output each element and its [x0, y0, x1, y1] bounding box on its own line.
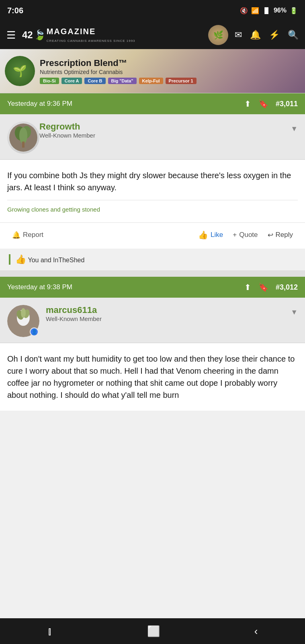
report-bell-icon: 🔔: [12, 231, 20, 239]
quote-label: Quote: [239, 231, 258, 239]
bottom-nav: ⫿ ⬜ ‹: [0, 618, 305, 644]
post2-share-icon[interactable]: ⬆: [244, 282, 251, 292]
post1-share-icon[interactable]: ⬆: [244, 99, 251, 109]
ad-banner[interactable]: 🌱 Prescription Blend™ Nutrients Optimize…: [0, 49, 305, 93]
svg-rect-4: [22, 142, 25, 148]
post1-author-name[interactable]: Regrowth: [39, 121, 291, 132]
post2-author-info: marcus611a Well-Known Member: [46, 305, 291, 322]
like-button[interactable]: 👍 Like: [193, 228, 228, 242]
post1-expand-icon[interactable]: ▼: [291, 125, 298, 133]
post1-author-role: Well-Known Member: [39, 132, 291, 139]
quote-plus-icon: +: [233, 231, 237, 239]
logo-42: 42: [22, 29, 33, 41]
ad-subtitle: Nutrients Optimized for Cannabis: [40, 69, 300, 75]
post2-text: Oh I don't want my butt humidity to get …: [7, 353, 298, 401]
bottom-back-icon[interactable]: ‹: [254, 625, 258, 638]
likes-section: 👍 You and InTheShed: [0, 249, 305, 270]
reply-arrow-icon: ↩: [268, 231, 273, 239]
ad-tag-corea: Core A: [61, 78, 82, 84]
reply-button[interactable]: ↩ Reply: [263, 228, 298, 242]
post1-number: #3,011: [276, 100, 298, 108]
post2-content: Oh I don't want my butt humidity to get …: [0, 343, 305, 411]
post2-header-actions: ⬆ 🔖 #3,012: [244, 282, 298, 292]
ad-title: Prescription Blend™: [40, 58, 300, 68]
notifications-icon[interactable]: 🔔: [250, 30, 261, 40]
post2-number: #3,012: [276, 283, 298, 292]
lightning-icon[interactable]: ⚡: [269, 30, 280, 40]
ad-logo: 🌱: [5, 56, 35, 86]
reply-label: Reply: [276, 231, 293, 239]
ad-tags: Bio-Si Core A Core B Big "Data" Kelp-Ful…: [40, 78, 300, 84]
quote-button[interactable]: + Quote: [228, 228, 262, 241]
search-icon[interactable]: 🔍: [288, 30, 299, 40]
nav-action-icons: ✉ 🔔 ⚡ 🔍: [235, 30, 299, 40]
likes-content: 👍 You and InTheShed: [9, 254, 298, 265]
messages-icon[interactable]: ✉: [235, 30, 242, 40]
post1-author-info: Regrowth Well-Known Member: [39, 121, 291, 139]
post1-bookmark-icon[interactable]: 🔖: [258, 99, 268, 109]
status-bar: 7:06 🔇 📶 ▐▌ 96% 🔋: [0, 0, 305, 21]
like-icon: 👍: [198, 230, 208, 240]
ad-tag-precursor: Precursor 1: [166, 78, 197, 84]
logo-tagline: CREATING CANNABIS AWARENESS SINCE 1993: [47, 39, 135, 43]
ad-content: Prescription Blend™ Nutrients Optimized …: [40, 58, 300, 84]
site-logo[interactable]: 42 🍃 MAGAZINE CREATING CANNABIS AWARENES…: [22, 27, 202, 43]
battery-icon: 🔋: [290, 7, 298, 14]
post2-author-section: 👤 marcus611a Well-Known Member ▼: [0, 298, 305, 343]
post1-text: If you combine both Js they might dry sl…: [7, 169, 298, 193]
post2-author-name[interactable]: marcus611a: [46, 305, 291, 315]
bottom-menu-icon[interactable]: ⫿: [47, 625, 53, 638]
post1-footer-link[interactable]: Growing clones and getting stoned: [7, 200, 298, 213]
post1-actions: 🔔 Report 👍 Like + Quote ↩ Reply: [0, 222, 305, 249]
like-label: Like: [211, 231, 223, 239]
post2-expand-icon[interactable]: ▼: [291, 308, 298, 317]
hamburger-menu[interactable]: ☰: [6, 29, 16, 41]
post2-timestamp: Yesterday at 9:38 PM: [7, 283, 72, 291]
ad-tag-bigdata: Big "Data": [108, 78, 137, 84]
post2-bookmark-icon[interactable]: 🔖: [258, 282, 268, 292]
ad-tag-biosi: Bio-Si: [40, 78, 59, 84]
battery-text: 96%: [274, 7, 287, 14]
post1-avatar[interactable]: [7, 121, 39, 154]
brand-plant-icon[interactable]: 🌿: [208, 25, 228, 45]
signal-icon: ▐▌: [262, 7, 270, 14]
ad-tag-kelpful: Kelp-Ful: [139, 78, 163, 84]
post1-content: If you combine both Js they might dry sl…: [0, 160, 305, 222]
post1-timestamp: Yesterday at 9:36 PM: [7, 100, 72, 108]
svg-point-3: [19, 128, 27, 144]
logo-magazine: MAGAZINE: [47, 27, 96, 36]
post1-header-actions: ⬆ 🔖 #3,011: [244, 99, 298, 109]
post2-header-bar: Yesterday at 9:38 PM ⬆ 🔖 #3,012: [0, 277, 305, 298]
likes-text: You and InTheShed: [28, 257, 84, 263]
posts-divider: [0, 270, 305, 277]
ad-tag-coreb: Core B: [84, 78, 105, 84]
status-time: 7:06: [7, 6, 23, 15]
svg-point-10: [21, 308, 26, 318]
logo-leaf-icon: 🍃: [34, 29, 46, 41]
wifi-icon: 📶: [251, 7, 259, 14]
report-button[interactable]: 🔔 Report: [7, 228, 48, 242]
likes-thumbs-icon: 👍: [15, 254, 26, 264]
status-icons: 🔇 📶 ▐▌ 96% 🔋: [240, 7, 298, 14]
bottom-home-icon[interactable]: ⬜: [147, 625, 160, 638]
post1-header-bar: Yesterday at 9:36 PM ⬆ 🔖 #3,011: [0, 93, 305, 114]
mute-icon: 🔇: [240, 7, 248, 14]
post2-author-role: Well-Known Member: [46, 315, 291, 322]
nav-bar: ☰ 42 🍃 MAGAZINE CREATING CANNABIS AWAREN…: [0, 21, 305, 49]
online-badge: 👤: [30, 327, 39, 336]
post1-author-section: Regrowth Well-Known Member ▼: [0, 114, 305, 160]
post2-avatar-wrapper: 👤: [7, 305, 39, 337]
report-label: Report: [23, 231, 43, 239]
